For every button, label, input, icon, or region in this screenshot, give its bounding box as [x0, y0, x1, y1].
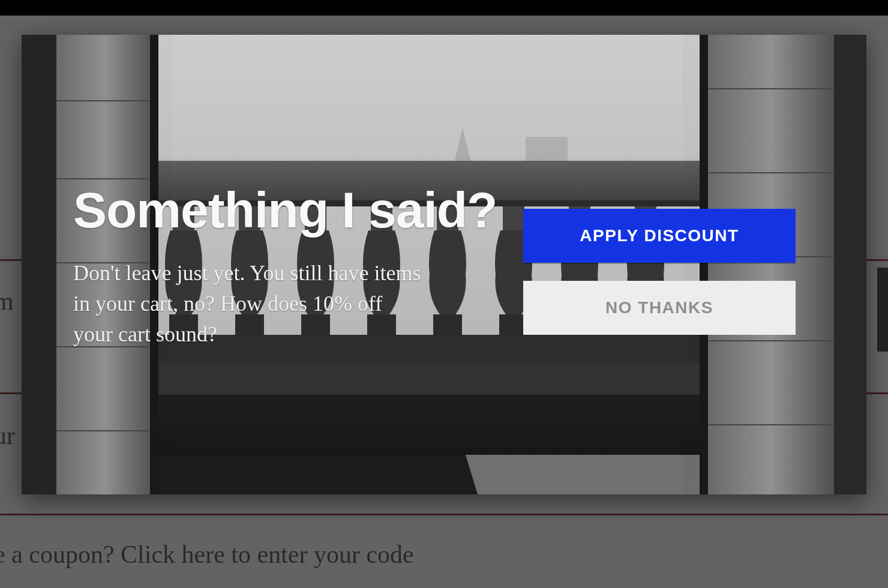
no-thanks-button[interactable]: NO THANKS: [523, 281, 796, 335]
modal-body-text: Don't leave just yet. You still have ite…: [73, 258, 427, 350]
exit-intent-modal: Something I said? Don't leave just yet. …: [22, 35, 866, 494]
apply-discount-button[interactable]: APPLY DISCOUNT: [523, 209, 796, 263]
modal-title: Something I said?: [73, 181, 497, 239]
